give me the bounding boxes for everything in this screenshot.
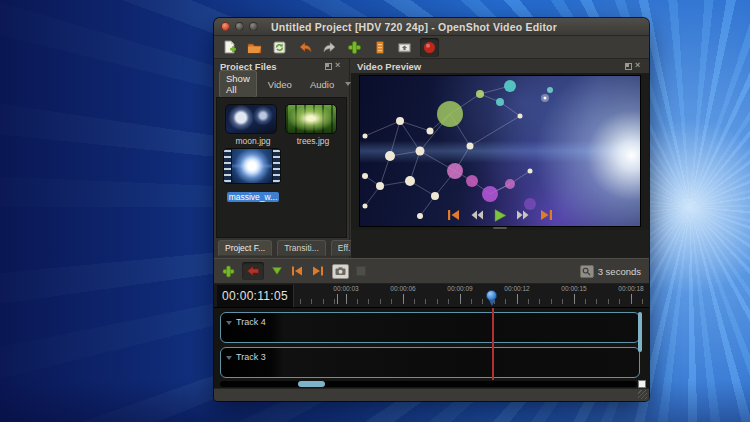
- razor-tool-button[interactable]: [332, 264, 349, 279]
- save-project-button[interactable]: [270, 38, 289, 57]
- timeline-ruler[interactable]: 00:00:11:05 00:00:03 00:00:06 00:00:09 0…: [214, 284, 649, 308]
- close-panel-icon[interactable]: [635, 62, 643, 70]
- video-preview-title: Video Preview: [357, 61, 421, 72]
- openshot-window: Untitled Project [HDV 720 24p] - OpenSho…: [214, 18, 649, 401]
- tab-transitions[interactable]: Transiti...: [277, 240, 326, 256]
- fast-forward-icon: [515, 208, 531, 222]
- track-row-3[interactable]: Track 3: [220, 347, 640, 378]
- record-button[interactable]: [420, 38, 439, 57]
- choose-profile-icon: [373, 40, 387, 55]
- main-toolbar: [214, 36, 649, 59]
- choose-profile-button[interactable]: [370, 38, 389, 57]
- track-caret-icon: [226, 321, 232, 325]
- redo-button[interactable]: [320, 38, 339, 57]
- next-marker-icon: [311, 265, 325, 277]
- massive-thumbnail: [223, 148, 281, 184]
- project-files-panel: Project Files Show All Video Audio moon.…: [214, 59, 350, 258]
- plexus-graphic: [360, 76, 641, 227]
- jump-to-start-icon: [446, 208, 462, 222]
- close-button[interactable]: [221, 22, 230, 31]
- new-project-button[interactable]: [220, 38, 239, 57]
- rewind-icon: [469, 208, 485, 222]
- ruler-label: 00:00:12: [504, 285, 529, 292]
- video-area: [351, 73, 649, 230]
- add-track-button[interactable]: [222, 265, 235, 278]
- file-item-trees[interactable]: trees.jpg: [285, 104, 341, 146]
- timeline-zoom: 3 seconds: [580, 265, 641, 278]
- tab-project-files[interactable]: Project F...: [218, 240, 272, 256]
- open-project-icon: [247, 40, 262, 55]
- undo-button[interactable]: [295, 38, 314, 57]
- previous-marker-button[interactable]: [290, 265, 304, 277]
- rewind-button[interactable]: [468, 208, 486, 223]
- disabled-tool-button: [356, 266, 366, 276]
- ruler-label: 00:00:18: [618, 285, 643, 292]
- zoom-scale-icon[interactable]: [580, 265, 594, 278]
- titlebar[interactable]: Untitled Project [HDV 720 24p] - OpenSho…: [214, 18, 649, 36]
- maximize-button[interactable]: [249, 22, 258, 31]
- open-project-button[interactable]: [245, 38, 264, 57]
- scrollbar-corner: [638, 380, 646, 388]
- add-track-icon: [222, 265, 235, 278]
- horizontal-scrollbar[interactable]: [220, 381, 637, 387]
- files-list: moon.jpg trees.jpg massive_w...: [216, 97, 347, 238]
- track-caret-icon: [226, 356, 232, 360]
- close-panel-icon[interactable]: [335, 62, 343, 70]
- ruler-label: 00:00:09: [447, 285, 472, 292]
- file-name: moon.jpg: [225, 136, 281, 146]
- previous-marker-icon: [290, 265, 304, 277]
- tab-audio[interactable]: Audio: [303, 76, 341, 93]
- zoom-scale-label: 3 seconds: [598, 266, 641, 277]
- desktop-wallpaper: Untitled Project [HDV 720 24p] - OpenSho…: [0, 0, 750, 422]
- snapping-icon: [246, 265, 260, 277]
- snapping-toggle-button[interactable]: [242, 262, 264, 280]
- moon-thumbnail: [225, 104, 277, 134]
- redo-icon: [322, 40, 338, 55]
- file-item-massive[interactable]: massive_w...: [223, 148, 283, 204]
- import-files-icon: [347, 40, 362, 55]
- export-video-icon: [397, 40, 412, 55]
- magnifier-icon: [582, 267, 591, 276]
- file-name: trees.jpg: [285, 136, 341, 146]
- undo-icon: [297, 40, 313, 55]
- current-time-display: 00:00:11:05: [217, 285, 294, 307]
- play-icon: [492, 208, 508, 223]
- jump-to-start-button[interactable]: [445, 208, 463, 223]
- trees-thumbnail: [285, 104, 337, 134]
- statusbar: [214, 388, 649, 401]
- vertical-scrollbar[interactable]: [638, 312, 642, 352]
- playhead-marker[interactable]: [486, 290, 497, 301]
- razor-tool-icon: [335, 267, 346, 276]
- file-item-moon[interactable]: moon.jpg: [225, 104, 281, 146]
- add-marker-icon: [271, 266, 283, 276]
- ruler-label: 00:00:15: [561, 285, 586, 292]
- export-video-button[interactable]: [395, 38, 414, 57]
- ruler-strip[interactable]: 00:00:03 00:00:06 00:00:09 00:00:12 00:0…: [294, 284, 645, 307]
- record-icon: [422, 40, 437, 55]
- float-panel-icon[interactable]: [625, 63, 632, 70]
- track-row-4[interactable]: Track 4: [220, 312, 640, 343]
- add-marker-button[interactable]: [271, 266, 283, 276]
- file-name: massive_w...: [227, 192, 280, 202]
- timeline-tracks-area: Track 4 Track 3: [214, 308, 649, 388]
- timeline-toolbar: 3 seconds: [214, 258, 649, 284]
- next-marker-button[interactable]: [311, 265, 325, 277]
- ruler-minor-ticks: [294, 299, 645, 304]
- jump-to-end-button[interactable]: [537, 208, 555, 223]
- video-frame: [359, 75, 641, 227]
- jump-to-end-icon: [538, 208, 554, 222]
- video-preview-header: Video Preview: [351, 59, 649, 73]
- horizontal-scrollbar-handle[interactable]: [298, 381, 325, 387]
- tab-video[interactable]: Video: [261, 76, 299, 93]
- tab-show-all[interactable]: Show All: [219, 70, 257, 98]
- import-files-button[interactable]: [345, 38, 364, 57]
- fast-forward-button[interactable]: [514, 208, 532, 223]
- float-panel-icon[interactable]: [325, 63, 332, 70]
- play-button[interactable]: [491, 208, 509, 223]
- track-name: Track 4: [236, 317, 266, 327]
- playhead-line: [492, 308, 494, 380]
- file-filter-tabs: Show All Video Audio: [214, 73, 349, 95]
- minimize-button[interactable]: [235, 22, 244, 31]
- panel-splitter-handle[interactable]: [493, 227, 507, 229]
- playback-controls: [351, 206, 649, 224]
